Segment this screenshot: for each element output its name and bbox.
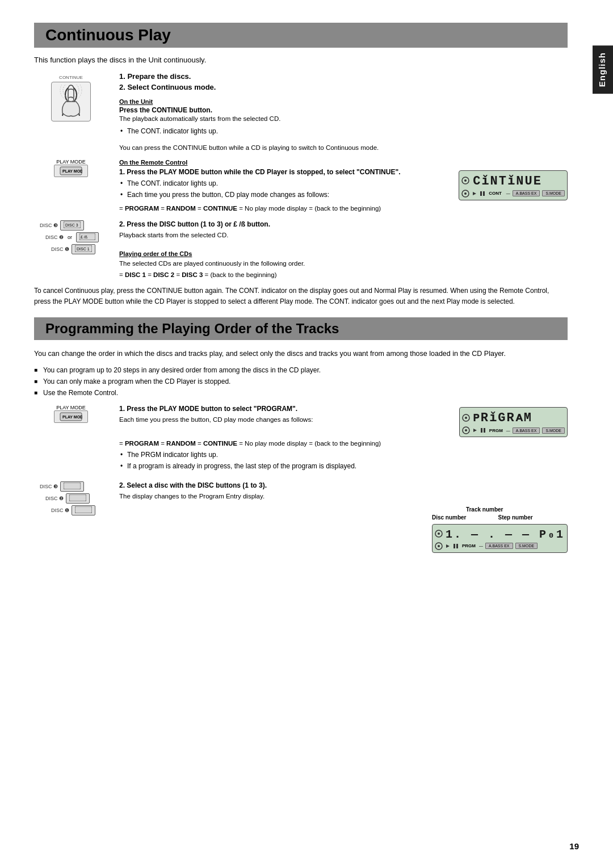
- play-mode-button-img: PLAY MODE: [54, 165, 88, 177]
- mode-flow-line: = PROGRAM = RANDOM = CONTINUE = No play …: [119, 205, 568, 212]
- disc-number-label: Disc number: [432, 514, 467, 521]
- play-mode-label-above: PLAY MODE: [56, 159, 86, 165]
- prog-step1-desc: Each time you press the button, CD play …: [119, 415, 450, 425]
- prog-entry-display: Track number Disc number Step number 1. …: [432, 506, 568, 553]
- disc3-row: DISC ❸ DISC 3: [40, 220, 84, 230]
- prog-step1-bullet2: If a program is already in progress, the…: [119, 461, 568, 471]
- prog-disc2-label: DISC ❷: [45, 496, 64, 501]
- svg-rect-34: [64, 483, 81, 489]
- prog-disc3-row: DISC ❸: [40, 481, 84, 492]
- hand-image-col: CONTINUE: [34, 72, 108, 153]
- prog-step1-bullet1: The PRGM indicator lights up.: [119, 450, 568, 460]
- on-unit-bullets: The CONT. indicator lights up.: [119, 126, 568, 136]
- track-number-label: Track number: [466, 506, 503, 513]
- prog-disc1-label: DISC ❶: [51, 508, 69, 513]
- svg-text:DISC 1: DISC 1: [77, 247, 90, 251]
- step1-content: 1. Prepare the discs. 2. Select Continuo…: [119, 72, 568, 153]
- svg-point-30: [465, 429, 467, 431]
- prog-disc-buttons: DISC ❸ DISC ❷ DISC ❶: [34, 481, 108, 515]
- prog-step2-desc: The display changes to the Program Entry…: [119, 492, 568, 501]
- prog-bullet1: You can program up to 20 steps in any de…: [34, 365, 568, 375]
- or-label: or: [68, 234, 72, 240]
- disc-buttons-group: DISC ❸ DISC 3 DISC ❷ or £ /ß DISC ❶ DISC…: [34, 220, 108, 254]
- programming-title: Programming the Playing Order of the Tra…: [45, 321, 568, 337]
- hand-icon: [51, 82, 91, 121]
- smode-btn: S.MODE: [542, 190, 565, 196]
- prog-step1-label: 1. Press the PLAY MODE button to select …: [119, 405, 450, 413]
- disc2-row: DISC ❷ or £ /ß: [45, 232, 99, 242]
- on-unit-label: On the Unit: [119, 98, 568, 105]
- svg-point-15: [464, 192, 467, 195]
- prog-step1-bullets: The PRGM indicator lights up. If a progr…: [119, 450, 568, 471]
- prog-bullet3: Use the Remote Control.: [34, 388, 568, 398]
- prog-disc2-row: DISC ❷: [45, 493, 90, 504]
- prog-disc3-btn: [60, 481, 84, 492]
- step1-label: 1. Prepare the discs.: [119, 72, 568, 81]
- continuous-play-title: Continuous Play: [45, 26, 568, 44]
- disc-buttons-col: DISC ❸ DISC 3 DISC ❷ or £ /ß DISC ❶ DISC…: [34, 220, 108, 282]
- svg-text:PLAY MODE: PLAY MODE: [62, 169, 82, 173]
- prog-entry-prgm: PRGM: [462, 543, 476, 548]
- continuous-play-intro: This function plays the discs in the Uni…: [34, 56, 568, 64]
- remote-bullet1: The CONT. indicator lights up.: [119, 178, 450, 188]
- continue-switch-note: You can press the CONTINUE button while …: [119, 143, 568, 153]
- continue-label-above: CONTINUE: [59, 75, 83, 80]
- disc1-btn: DISC 1: [72, 244, 95, 254]
- remote-bullet2: Each time you press the button, CD play …: [119, 190, 450, 200]
- remote-step1-label: 1. Press the PLAY MODE button while the …: [119, 168, 450, 176]
- prog-play-mode-col: PLAY MODE PLAY MODE: [34, 405, 108, 473]
- on-remote-label: On the Remote Control: [119, 159, 568, 166]
- prog-smode-btn: S.MODE: [542, 427, 565, 434]
- playing-order-desc: The selected CDs are played continuously…: [119, 259, 568, 269]
- svg-text:DISC 3: DISC 3: [65, 223, 78, 227]
- svg-rect-36: [75, 506, 92, 513]
- svg-point-38: [438, 532, 440, 535]
- disc3-label: DISC ❸: [40, 223, 58, 228]
- continue-display-panel: CǐNTǐNUE CONT — A.BASS EX S.MODE: [459, 168, 568, 200]
- continue-display-text: CǐNTǐNUE: [473, 173, 564, 188]
- disc2-or-btn: £ /ß: [76, 232, 99, 242]
- prog-step2-label: 2. Select a disc with the DISC buttons (…: [119, 481, 568, 489]
- svg-marker-41: [446, 544, 450, 548]
- cont-indicator: CONT: [489, 191, 502, 196]
- svg-rect-42: [454, 544, 455, 548]
- prgm-indicator: PRGM: [489, 428, 503, 433]
- prog-bullet2: You can only make a program when the CD …: [34, 376, 568, 387]
- svg-text:£ /ß: £ /ß: [81, 235, 87, 239]
- on-unit-bullet1: The CONT. indicator lights up.: [119, 126, 568, 136]
- svg-rect-33: [484, 428, 485, 433]
- playing-order-header: Playing order of the CDs: [119, 250, 568, 257]
- programming-section-header: Programming the Playing Order of the Tra…: [34, 317, 568, 340]
- svg-point-13: [464, 179, 467, 182]
- program-display-panel: ᴘRǐGRᴀM PRGM — A.BASS EX S.MODE: [459, 405, 568, 437]
- step2-label-main: 2. Select Continuous mode.: [119, 83, 568, 91]
- svg-rect-43: [456, 544, 458, 548]
- prog-disc1-btn: [72, 505, 95, 515]
- prog-disc2-btn: [66, 493, 90, 504]
- prog-step1-content: 1. Press the PLAY MODE button to select …: [119, 405, 568, 473]
- prog-abass-btn: A.BASS EX: [513, 427, 540, 434]
- prog-entry-abass: A.BASS EX: [485, 543, 513, 549]
- step-number-label: Step number: [498, 514, 533, 521]
- remote-step2-desc: Playback starts from the selected CD.: [119, 230, 568, 240]
- programming-bullets: You can program up to 20 steps in any de…: [34, 365, 568, 398]
- svg-rect-35: [69, 494, 86, 501]
- press-continue-label: Press the CONTINUE button.: [119, 106, 568, 114]
- disc2-label: DISC ❷: [45, 234, 64, 240]
- page-number: 19: [569, 841, 579, 851]
- remote-step2-content: 2. Press the DISC button (1 to 3) or £ /…: [119, 220, 568, 282]
- remote-bullets: The CONT. indicator lights up. Each time…: [119, 178, 450, 200]
- play-mode-btn-col: PLAY MODE PLAY MODE: [34, 159, 108, 215]
- remote-step2-label: 2. Press the DISC button (1 to 3) or £ /…: [119, 220, 568, 228]
- svg-marker-16: [473, 192, 476, 195]
- prog-entry-display-text: 1. — . — — P₀1: [446, 527, 565, 541]
- prog-disc3-label: DISC ❸: [40, 484, 58, 489]
- disc1-label: DISC ❶: [51, 246, 69, 252]
- prog-disc1-row: DISC ❶: [51, 505, 95, 515]
- svg-rect-18: [483, 191, 485, 196]
- programming-intro: You can change the order in which the di…: [34, 348, 568, 359]
- cancel-note: To cancel Continuous play, press the CON…: [34, 286, 568, 307]
- prog-step2-content: 2. Select a disc with the DISC buttons (…: [119, 481, 568, 552]
- svg-text:PLAY MODE: PLAY MODE: [62, 415, 82, 419]
- english-tab: English: [593, 45, 613, 94]
